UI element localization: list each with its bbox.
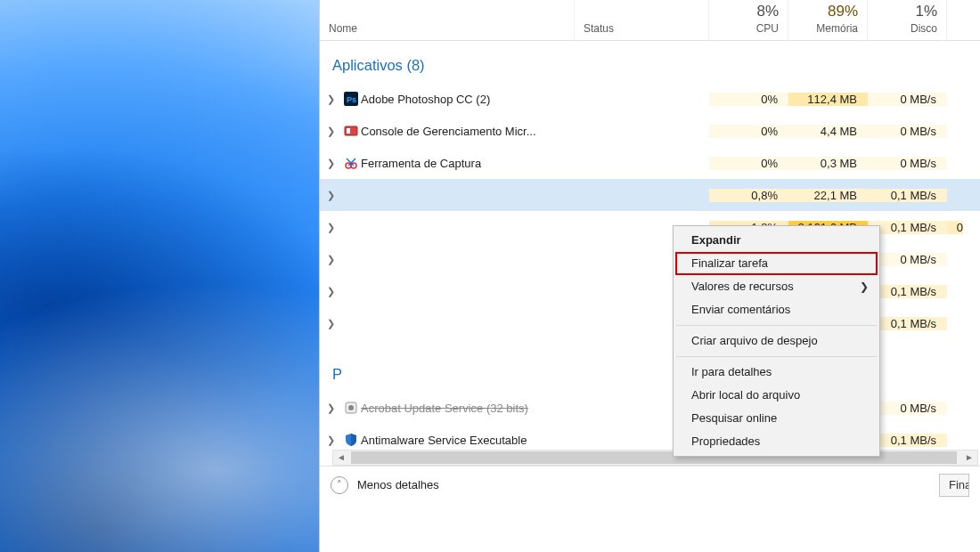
svg-rect-3 [347,128,350,134]
process-row[interactable]: ❯0%51,2 MB0 MB/s [320,243,980,275]
disk-usage-pct: 1% [915,3,937,20]
expand-chevron-icon[interactable]: ❯ [320,126,341,137]
section-background-title: P [320,350,980,392]
process-disk: 0 MB/s [868,125,947,138]
process-memory: 0,3 MB [788,157,868,170]
process-row[interactable]: ❯Acrobat Update Service (32 bits)0%0,1 M… [320,392,980,424]
column-headers: Nome Status 8% CPU 89% Memória 1% Disco [320,0,980,41]
process-name: Adobe Photoshop CC (2) [361,93,575,106]
col-status-label: Status [584,22,614,35]
process-name: Ferramenta de Captura [361,157,575,170]
process-name: Console de Gerenciamento Micr... [361,125,575,138]
process-row[interactable]: ❯0,1%37,8 MB0,1 MB/s [320,307,980,339]
process-row[interactable]: ❯0,8%22,1 MB0,1 MB/s [320,179,980,211]
process-memory: 4,4 MB [788,125,868,138]
process-cpu: 0% [709,93,788,106]
context-menu-item[interactable]: Valores de recursos❯ [675,275,878,298]
process-icon [341,156,361,170]
expand-chevron-icon[interactable]: ❯ [320,286,341,297]
expand-chevron-icon[interactable]: ❯ [320,402,341,414]
context-menu-item[interactable]: Enviar comentários [675,298,878,321]
process-icon [341,433,361,447]
process-cpu: 0,8% [709,189,788,202]
footer-bar: ˄ Menos detalhes Fina [320,466,980,503]
process-row[interactable]: ❯1,8%2.161,6 MB0,1 MB/s0 [320,211,980,243]
context-menu-item[interactable]: Ir para detalhes [675,361,878,384]
col-disk[interactable]: 1% Disco [868,0,947,40]
col-name[interactable]: Nome [320,0,575,40]
process-row[interactable]: ❯PsAdobe Photoshop CC (2)0%112,4 MB0 MB/… [320,83,980,115]
svg-point-9 [348,405,354,410]
process-extra: 0 [947,221,963,234]
context-menu-item[interactable]: Finalizar tarefa [675,252,878,275]
process-icon: Ps [341,92,361,106]
col-extra [947,0,965,40]
process-icon [341,401,361,415]
col-cpu-label: CPU [756,22,779,35]
process-list-body: Aplicativos (8) ❯PsAdobe Photoshop CC (2… [320,41,980,503]
process-row[interactable]: ❯Ferramenta de Captura0%0,3 MB0 MB/s [320,147,980,179]
scroll-left-arrow-icon[interactable]: ◄ [333,451,349,465]
task-manager-window: Nome Status 8% CPU 89% Memória 1% Disco … [319,0,980,552]
col-name-label: Nome [329,22,357,35]
expand-chevron-icon[interactable]: ❯ [320,222,341,233]
fewer-details-label[interactable]: Menos detalhes [357,478,439,491]
expand-chevron-icon[interactable]: ❯ [320,158,341,169]
collapse-details-icon[interactable]: ˄ [331,476,348,494]
expand-chevron-icon[interactable]: ❯ [320,318,341,329]
process-icon [341,124,361,138]
col-status[interactable]: Status [575,0,709,40]
expand-chevron-icon[interactable]: ❯ [320,93,341,105]
context-menu: ExpandirFinalizar tarefaValores de recur… [673,225,880,457]
expand-chevron-icon[interactable]: ❯ [320,434,341,446]
process-name: Antimalware Service Executable [361,434,575,447]
process-disk: 0 MB/s [868,157,947,170]
scroll-right-arrow-icon[interactable]: ► [961,451,977,465]
expand-chevron-icon[interactable]: ❯ [320,190,341,201]
col-memory-label: Memória [816,22,858,35]
process-memory: 22,1 MB [788,189,868,202]
cpu-usage-pct: 8% [756,3,779,20]
process-row[interactable]: ❯Console de Gerenciamento Micr...0%4,4 M… [320,115,980,147]
submenu-chevron-icon: ❯ [860,275,869,298]
process-cpu: 0% [709,125,788,138]
process-memory: 112,4 MB [788,93,868,106]
svg-text:Ps: Ps [347,95,356,104]
col-memory[interactable]: 89% Memória [788,0,868,40]
horizontal-scrollbar[interactable]: ◄ ► [332,450,978,466]
section-apps-title: Aplicativos (8) [320,41,980,83]
process-cpu: 0% [709,157,788,170]
context-menu-separator [676,356,877,357]
context-menu-item[interactable]: Expandir [675,229,878,252]
context-menu-item[interactable]: Abrir local do arquivo [675,384,878,407]
end-task-button[interactable]: Fina [939,474,969,497]
col-cpu[interactable]: 8% CPU [709,0,788,40]
col-disk-label: Disco [911,22,937,35]
process-disk: 0 MB/s [868,93,947,106]
process-name: Acrobat Update Service (32 bits) [361,402,575,415]
context-menu-item[interactable]: Criar arquivo de despejo [675,329,878,353]
process-row[interactable]: ❯0%41,4 MB0,1 MB/s [320,275,980,307]
mem-usage-pct: 89% [828,3,858,20]
context-menu-item[interactable]: Propriedades [675,430,878,453]
context-menu-item[interactable]: Pesquisar online [675,407,878,430]
context-menu-separator [676,325,877,326]
expand-chevron-icon[interactable]: ❯ [320,254,341,265]
process-disk: 0,1 MB/s [868,189,947,202]
